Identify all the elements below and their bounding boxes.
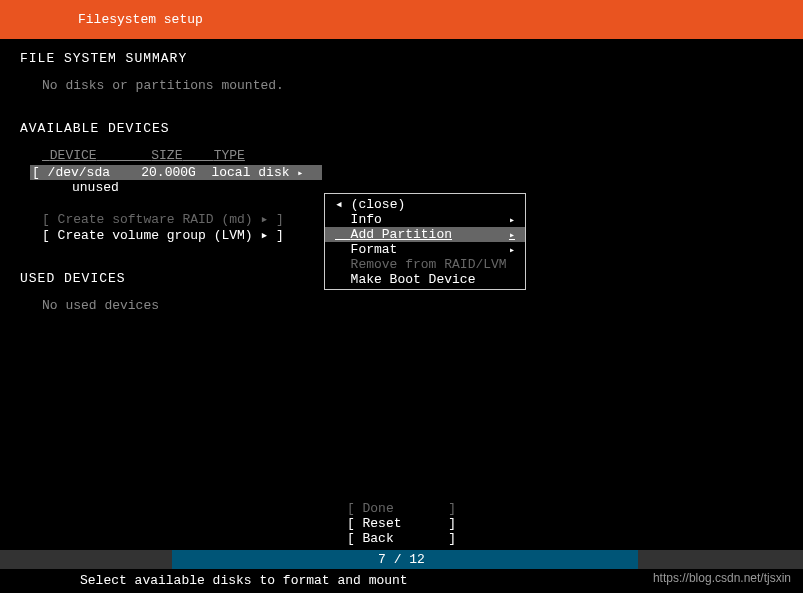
menu-close[interactable]: ◂ (close) [325,196,525,212]
summary-title: FILE SYSTEM SUMMARY [20,51,783,66]
chevron-right-icon: ▸ [297,168,303,179]
chevron-right-icon: ▸ [509,244,515,256]
chevron-right-icon: ▸ [509,229,515,241]
back-button[interactable]: [ Back ] [0,531,803,546]
progress-text: 7 / 12 [378,552,425,567]
menu-add-partition[interactable]: Add Partition ▸ [325,227,525,242]
menu-info[interactable]: Info ▸ [325,212,525,227]
watermark: https://blog.csdn.net/tjsxin [653,571,791,585]
no-used-text: No used devices [42,298,159,313]
menu-format[interactable]: Format ▸ [325,242,525,257]
menu-remove-raid-lvm: Remove from RAID/LVM [325,257,525,272]
chevron-left-icon: ◂ [335,197,343,212]
device-table-header: DEVICE SIZE TYPE [42,148,783,163]
used-body: No used devices [20,298,783,313]
device-row-sda[interactable]: [ /dev/sda 20.000G local disk ▸ [30,165,322,180]
progress-bar: 7 / 12 [0,550,803,569]
available-title: AVAILABLE DEVICES [20,121,783,136]
no-disks-text: No disks or partitions mounted. [42,78,284,93]
chevron-right-icon: ▸ [509,214,515,226]
bottom-buttons: [ Done ] [ Reset ] [ Back ] [0,501,803,546]
device-context-menu: ◂ (close) Info ▸ Add Partition ▸ Format … [324,193,526,290]
menu-make-boot[interactable]: Make Boot Device [325,272,525,287]
help-text: Select available disks to format and mou… [80,573,408,588]
page-title: Filesystem setup [78,12,203,27]
summary-body: No disks or partitions mounted. [20,78,783,93]
page-header: Filesystem setup [0,0,803,39]
reset-button[interactable]: [ Reset ] [0,516,803,531]
done-button: [ Done ] [0,501,803,516]
